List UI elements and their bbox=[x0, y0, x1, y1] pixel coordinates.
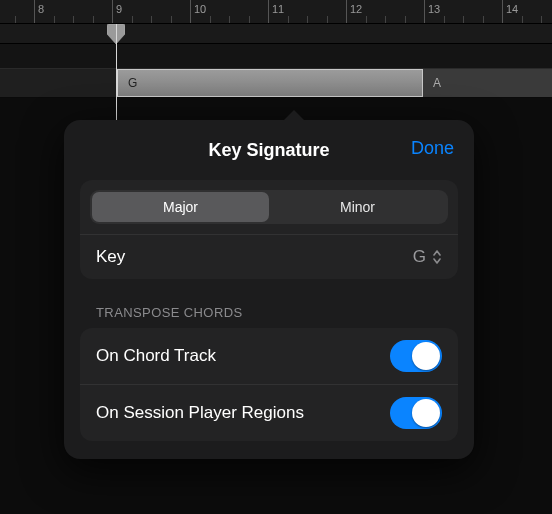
ruler-label: 9 bbox=[116, 3, 122, 15]
transpose-group: On Chord Track On Session Player Regions bbox=[80, 328, 458, 441]
playhead-line bbox=[116, 24, 117, 134]
ruler-tick-major bbox=[346, 0, 347, 23]
track-gap bbox=[0, 44, 552, 68]
ruler-tick-minor bbox=[93, 16, 94, 23]
ruler-tick-minor bbox=[463, 16, 464, 23]
session-player-row: On Session Player Regions bbox=[80, 384, 458, 441]
segment-minor[interactable]: Minor bbox=[269, 192, 446, 222]
ruler-tick-minor bbox=[327, 16, 328, 23]
popover-header: Key Signature Done bbox=[80, 134, 458, 166]
marker-lane bbox=[0, 24, 552, 44]
ruler-tick-major bbox=[34, 0, 35, 23]
ruler-tick-major bbox=[502, 0, 503, 23]
mode-segmented-control[interactable]: Major Minor bbox=[90, 190, 448, 224]
session-player-label: On Session Player Regions bbox=[96, 403, 304, 423]
chord-track-row: On Chord Track bbox=[80, 328, 458, 384]
chord-region-lane: G A bbox=[0, 68, 552, 98]
region-a[interactable]: A bbox=[423, 69, 552, 97]
ruler-tick-major bbox=[268, 0, 269, 23]
ruler-tick-minor bbox=[522, 16, 523, 23]
ruler-tick-minor bbox=[483, 16, 484, 23]
ruler-tick-major bbox=[190, 0, 191, 23]
ruler-label: 12 bbox=[350, 3, 362, 15]
popover-title: Key Signature bbox=[208, 140, 329, 161]
ruler-tick-major bbox=[112, 0, 113, 23]
key-value-text: G bbox=[413, 247, 426, 267]
ruler-tick-minor bbox=[249, 16, 250, 23]
key-group: Major Minor Key G bbox=[80, 180, 458, 279]
ruler-tick-minor bbox=[385, 16, 386, 23]
ruler-tick-minor bbox=[132, 16, 133, 23]
ruler-tick-minor bbox=[229, 16, 230, 23]
ruler-tick-minor bbox=[210, 16, 211, 23]
session-player-toggle[interactable] bbox=[390, 397, 442, 429]
key-row[interactable]: Key G bbox=[80, 234, 458, 279]
ruler-tick-minor bbox=[288, 16, 289, 23]
ruler-tick-minor bbox=[405, 16, 406, 23]
ruler-tick-major bbox=[424, 0, 425, 23]
ruler-label: 13 bbox=[428, 3, 440, 15]
timeline-ruler[interactable]: 891011121314 bbox=[0, 0, 552, 24]
chevron-up-down-icon bbox=[432, 249, 442, 265]
region-a-label: A bbox=[433, 76, 441, 90]
key-signature-popover: Key Signature Done Major Minor Key G TRA… bbox=[64, 120, 474, 459]
ruler-label: 8 bbox=[38, 3, 44, 15]
ruler-tick-minor bbox=[151, 16, 152, 23]
ruler-tick-minor bbox=[444, 16, 445, 23]
chord-track-toggle[interactable] bbox=[390, 340, 442, 372]
ruler-label: 10 bbox=[194, 3, 206, 15]
ruler-label: 11 bbox=[272, 3, 284, 15]
ruler-label: 14 bbox=[506, 3, 518, 15]
region-g[interactable]: G bbox=[116, 69, 423, 97]
key-label: Key bbox=[96, 247, 125, 267]
ruler-tick-minor bbox=[541, 16, 542, 23]
ruler-tick-minor bbox=[73, 16, 74, 23]
transpose-section-title: TRANSPOSE CHORDS bbox=[96, 305, 442, 320]
ruler-tick-minor bbox=[366, 16, 367, 23]
ruler-tick-minor bbox=[307, 16, 308, 23]
ruler-tick-minor bbox=[171, 16, 172, 23]
ruler-tick-minor bbox=[54, 16, 55, 23]
key-value: G bbox=[413, 247, 442, 267]
segment-major[interactable]: Major bbox=[92, 192, 269, 222]
chord-track-label: On Chord Track bbox=[96, 346, 216, 366]
done-button[interactable]: Done bbox=[411, 138, 454, 159]
region-g-label: G bbox=[128, 76, 137, 90]
